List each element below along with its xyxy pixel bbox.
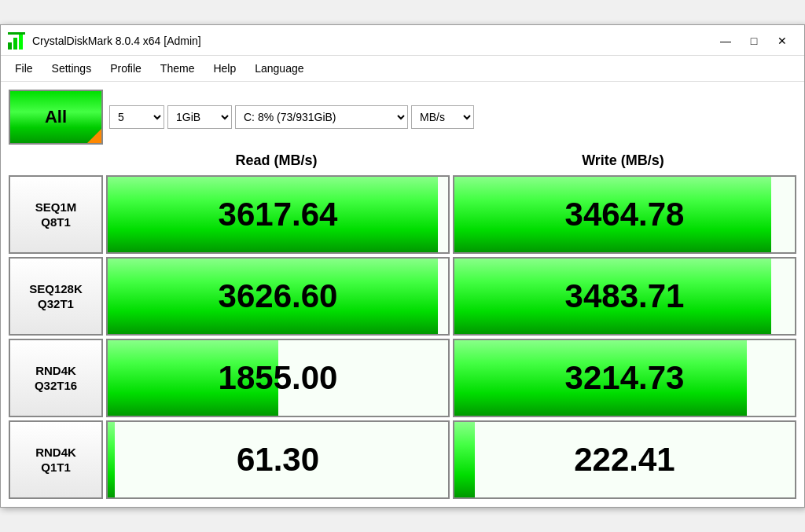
- window-controls: — □ ✕: [713, 31, 795, 50]
- svg-rect-0: [8, 42, 12, 50]
- write-value-rnd4k-q1: 222.41: [574, 441, 675, 479]
- svg-rect-1: [13, 38, 17, 50]
- controls-row: All 5 1 3 9 1GiB 512MiB 2GiB 4GiB C: 8% …: [9, 90, 796, 145]
- read-bar-rnd4k-q1: [108, 422, 115, 497]
- drive-select[interactable]: C: 8% (73/931GiB): [235, 105, 408, 129]
- row-write-seq128k: 3483.71: [453, 257, 796, 336]
- write-value-seq128k: 3483.71: [565, 277, 685, 315]
- headers-row: Read (MB/s) Write (MB/s): [9, 149, 796, 172]
- row-label-seq1m: SEQ1MQ8T1: [9, 175, 103, 254]
- data-rows: SEQ1MQ8T1 3617.64 3464.78 SEQ128KQ32T1: [9, 175, 796, 499]
- unit-select[interactable]: MB/s GB/s IOPS μs: [411, 105, 474, 129]
- table-row: RND4KQ1T1 61.30 222.41: [9, 420, 796, 499]
- read-value-rnd4k-q1: 61.30: [237, 441, 319, 479]
- table-row: SEQ1MQ8T1 3617.64 3464.78: [9, 175, 796, 254]
- title-left: CrystalDiskMark 8.0.4 x64 [Admin]: [7, 31, 201, 50]
- app-icon: [7, 31, 26, 50]
- all-button[interactable]: All: [9, 90, 103, 145]
- write-value-seq1m: 3464.78: [565, 196, 685, 233]
- row-write-rnd4k-q32: 3214.73: [453, 339, 796, 417]
- menu-settings[interactable]: Settings: [44, 59, 100, 78]
- size-select[interactable]: 1GiB 512MiB 2GiB 4GiB: [167, 105, 232, 129]
- menu-file[interactable]: File: [7, 59, 41, 78]
- row-read-rnd4k-q1: 61.30: [106, 420, 450, 499]
- read-value-seq1m: 3617.64: [219, 196, 338, 233]
- row-label-seq128k: SEQ128KQ32T1: [9, 257, 103, 336]
- app-window: CrystalDiskMark 8.0.4 x64 [Admin] — □ ✕ …: [0, 24, 805, 508]
- menu-help[interactable]: Help: [205, 59, 244, 78]
- row-write-seq1m: 3464.78: [453, 175, 796, 254]
- table-row: SEQ128KQ32T1 3626.60 3483.71: [9, 257, 796, 336]
- minimize-button[interactable]: —: [713, 31, 738, 50]
- read-value-seq128k: 3626.60: [219, 277, 338, 315]
- maximize-button[interactable]: □: [741, 31, 766, 50]
- write-value-rnd4k-q32: 3214.73: [565, 359, 685, 397]
- row-read-seq1m: 3617.64: [106, 175, 450, 254]
- menu-bar: File Settings Profile Theme Help Languag…: [1, 56, 804, 82]
- header-write: Write (MB/s): [450, 149, 796, 172]
- row-write-rnd4k-q1: 222.41: [453, 420, 796, 499]
- title-bar: CrystalDiskMark 8.0.4 x64 [Admin] — □ ✕: [1, 25, 804, 56]
- row-read-rnd4k-q32: 1855.00: [106, 339, 450, 417]
- header-empty: [9, 149, 103, 172]
- close-button[interactable]: ✕: [770, 31, 795, 50]
- row-label-rnd4k-q32: RND4KQ32T16: [9, 339, 103, 417]
- header-read: Read (MB/s): [103, 149, 450, 172]
- count-select[interactable]: 5 1 3 9: [109, 105, 164, 129]
- menu-theme[interactable]: Theme: [153, 59, 203, 78]
- row-label-rnd4k-q1: RND4KQ1T1: [9, 420, 103, 499]
- table-row: RND4KQ32T16 1855.00 3214.73: [9, 339, 796, 417]
- select-group: 5 1 3 9 1GiB 512MiB 2GiB 4GiB C: 8% (73/…: [103, 105, 796, 129]
- main-content: All 5 1 3 9 1GiB 512MiB 2GiB 4GiB C: 8% …: [1, 82, 804, 507]
- window-title: CrystalDiskMark 8.0.4 x64 [Admin]: [32, 35, 201, 47]
- row-read-seq128k: 3626.60: [106, 257, 450, 336]
- svg-rect-2: [19, 33, 23, 50]
- menu-profile[interactable]: Profile: [102, 59, 149, 78]
- svg-rect-3: [8, 32, 25, 35]
- write-bar-rnd4k-q1: [454, 422, 475, 497]
- menu-language[interactable]: Language: [247, 59, 311, 78]
- read-value-rnd4k-q32: 1855.00: [219, 359, 338, 397]
